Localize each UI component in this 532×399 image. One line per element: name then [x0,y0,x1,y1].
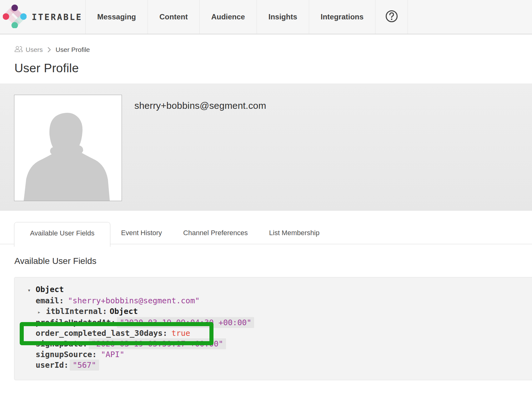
breadcrumb-users-label: Users [26,46,43,53]
expand-toggle-icon[interactable]: ▸ [38,307,44,317]
primary-nav-items: MessagingContentAudienceInsightsIntegrat… [86,0,375,34]
section-heading: Available User Fields [14,256,532,266]
field-key: signupDate: [36,339,88,348]
help-question-icon [385,10,398,24]
tree-row-email: email:"sherry+bobbins@segment.com" [36,295,532,306]
tree-row-userid: userId:"567" [36,360,532,371]
tree-children: email:"sherry+bobbins@segment.com"▸itblI… [28,295,532,371]
field-value: "567" [70,360,99,371]
breadcrumb-current-label: User Profile [56,46,90,53]
breadcrumb-users-link[interactable]: Users [14,46,43,54]
field-key: email: [36,296,64,305]
iterable-wordmark: ITERABLE [32,12,82,22]
nav-item-integrations[interactable]: Integrations [309,0,375,34]
iterable-diamond-icon [3,4,27,29]
breadcrumb-chevron-icon [47,47,51,53]
tab-event-history[interactable]: Event History [110,222,173,244]
page-title: User Profile [14,61,532,75]
field-key: order_completed_last_30days: [36,329,167,338]
nav-spacer [408,0,532,34]
field-value: "sherry+bobbins@segment.com" [65,295,202,306]
breadcrumb: Users User Profile [14,46,532,54]
field-key: signupSource: [36,350,97,359]
nav-item-audience[interactable]: Audience [200,0,257,34]
tab-channel-preferences[interactable]: Channel Preferences [173,222,258,244]
field-value: "2020-03-19 09:04:30 +00:00" [117,317,254,328]
profile-tabs: Available User FieldsEvent HistoryChanne… [0,222,532,244]
tree-row-signupdate: signupDate:"2020-03-19 03:39:17 +00:00" [36,339,532,349]
field-value: "2020-03-19 03:39:17 +00:00" [89,338,226,349]
users-icon [14,46,23,54]
root-object-label: Object [36,285,64,294]
nav-item-insights[interactable]: Insights [257,0,309,34]
iterable-logo[interactable]: ITERABLE [0,0,86,34]
user-email: sherry+bobbins@segment.com [134,100,266,111]
person-silhouette-icon [14,95,122,201]
tree-row-root: ▾Object [28,284,532,295]
field-value: Object [108,306,141,317]
collapse-toggle-icon[interactable]: ▾ [28,285,36,295]
tree-row-itblinternal: ▸itblInternal:Object [36,306,532,317]
tree-row-order-completed-last-30days: order_completed_last_30days:true [36,328,532,339]
field-key: userId: [36,361,68,370]
tab-available-user-fields[interactable]: Available User Fields [14,222,110,247]
field-key: profileUpdatedAt: [36,318,116,327]
tree-row-signupsource: signupSource:"API" [36,349,532,360]
nav-item-content[interactable]: Content [148,0,200,34]
tab-list-membership[interactable]: List Membership [258,222,330,244]
user-fields-json-box: ▾Object email:"sherry+bobbins@segment.co… [14,277,532,380]
field-value: "API" [98,349,127,360]
field-key: itblInternal: [46,307,107,316]
nav-item-messaging[interactable]: Messaging [86,0,148,34]
help-button[interactable] [375,0,408,34]
avatar-placeholder [14,95,122,201]
field-value: true [168,328,193,339]
user-profile-hero: sherry+bobbins@segment.com [0,83,532,211]
tree-row-profileupdatedat: profileUpdatedAt:"2020-03-19 09:04:30 +0… [36,317,532,328]
top-navigation-bar: ITERABLE MessagingContentAudienceInsight… [0,0,532,34]
